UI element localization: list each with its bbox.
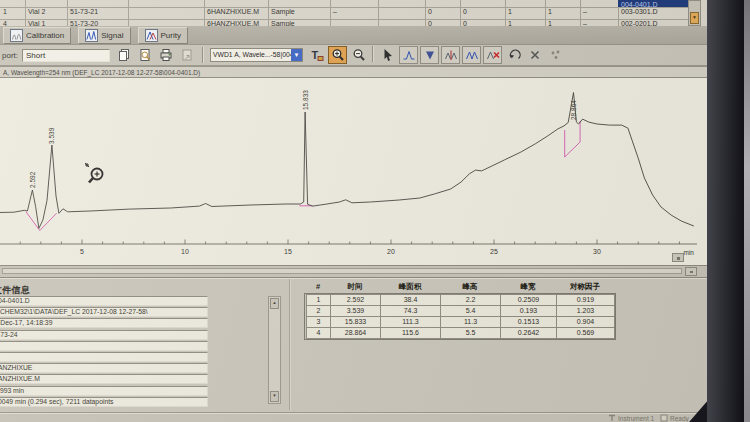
integration-mark bbox=[565, 121, 580, 157]
file-info-row: \CHEM32\1\DATA\DEF_LC 2017-12-08 12-27-5… bbox=[0, 307, 208, 317]
panel-divider bbox=[289, 279, 291, 410]
chevron-down-icon[interactable]: ▼ bbox=[291, 49, 302, 61]
peak-table-header: 峰宽 bbox=[500, 282, 556, 292]
scroll-down-icon[interactable]: ▼ bbox=[690, 12, 699, 24]
instrument-icon bbox=[608, 414, 616, 422]
scroll-up-icon[interactable]: ▲ bbox=[270, 298, 279, 309]
peak-table-header: 峰面积 bbox=[380, 282, 440, 292]
file-info-row bbox=[0, 341, 208, 351]
axis-tick-label: 15 bbox=[284, 248, 292, 255]
axis-tick-label: 20 bbox=[387, 248, 395, 255]
file-info-row: 0049 min (0.294 sec), 7211 datapoints bbox=[0, 397, 208, 407]
copy-icon[interactable] bbox=[114, 46, 133, 64]
report-label: port: bbox=[2, 51, 18, 60]
peak-table-header: # bbox=[306, 282, 330, 291]
chromatogram-curve bbox=[0, 93, 694, 229]
manual-peak-icon[interactable] bbox=[462, 46, 481, 64]
peak-table-cell: 0.2642 bbox=[500, 327, 557, 339]
scrollbar-track[interactable] bbox=[2, 268, 682, 274]
instrument-status: Instrument 1 bbox=[608, 414, 654, 422]
file-info-scrollbar[interactable]: ▲ ▼ bbox=[268, 296, 281, 404]
sequence-table: 004-0401.D1Vial 251-73-216HANZHIXUE.MSam… bbox=[0, 0, 707, 27]
status-icon bbox=[660, 414, 668, 422]
peak-table-cell: 28.864 bbox=[330, 327, 381, 339]
axis-tick-label: 25 bbox=[490, 248, 498, 255]
peak-table-cell: 0.569 bbox=[556, 327, 615, 339]
purity-icon bbox=[145, 29, 158, 42]
peak-end-icon[interactable] bbox=[420, 46, 439, 64]
status-bar: Instrument 1 Ready bbox=[0, 412, 750, 422]
chromatogram-tools: T bbox=[307, 46, 565, 64]
document-buttons bbox=[114, 46, 196, 64]
pointer-icon[interactable] bbox=[378, 46, 397, 64]
svg-text:T: T bbox=[311, 49, 318, 61]
file-info-row: ANZHIXUE bbox=[0, 363, 208, 373]
print-icon[interactable] bbox=[156, 46, 175, 64]
peak-label: 3.539 bbox=[48, 127, 55, 144]
calibration-icon bbox=[10, 29, 23, 42]
axis-unit-label: min bbox=[684, 249, 695, 256]
file-info-row: -73-24 bbox=[0, 330, 208, 340]
chromatogram-title: A, Wavelength=254 nm (DEF_LC 2017-12-08 … bbox=[0, 66, 707, 78]
axis-tick-label: 5 bbox=[80, 248, 84, 255]
plot-corner-button[interactable] bbox=[672, 253, 684, 262]
peak-table-header: 峰高 bbox=[440, 282, 500, 292]
zoom-cursor-icon bbox=[85, 163, 103, 183]
delete-peak-icon[interactable] bbox=[483, 46, 502, 64]
report-toolbar: port: Short VWD1 A, Wavele...-58|004-040… bbox=[0, 45, 707, 66]
signal-selector[interactable]: VWD1 A, Wavele...-58|004-0401.D) ▼ bbox=[210, 48, 303, 62]
peak-table-header: 对称因子 bbox=[556, 282, 614, 292]
ready-label: Ready bbox=[670, 415, 689, 422]
signal-icon bbox=[85, 29, 98, 42]
zoom-in-icon[interactable] bbox=[328, 46, 347, 64]
instrument-label: Instrument 1 bbox=[618, 415, 654, 422]
screen: 004-0401.D1Vial 251-73-216HANZHIXUE.MSam… bbox=[0, 0, 750, 422]
peak-table-cell: 5.5 bbox=[440, 327, 501, 339]
ready-status: Ready bbox=[660, 414, 689, 422]
peak-label: 28.864 bbox=[570, 100, 577, 120]
peak-table-header: 时间 bbox=[330, 282, 380, 292]
scroll-down-icon[interactable]: ▼ bbox=[270, 391, 279, 402]
peak-label: 2.592 bbox=[29, 171, 36, 188]
file-info-row: .993 min bbox=[0, 386, 208, 396]
more-icon[interactable] bbox=[546, 46, 565, 64]
annotate-icon[interactable]: T bbox=[307, 46, 326, 64]
sequence-scrollbar[interactable]: ▼ bbox=[688, 0, 701, 26]
tab-label: Signal bbox=[101, 31, 123, 40]
file-info-row: ANZHIXUE.M bbox=[0, 374, 208, 384]
integration-mark bbox=[26, 212, 57, 231]
scrollbar-right-button[interactable] bbox=[685, 267, 697, 276]
background-edge bbox=[744, 0, 750, 422]
chromatogram-svg: 51015202530min2.5923.53915.83328.864 bbox=[0, 78, 707, 266]
file-info-row: -Dec-17, 14:18:39 bbox=[0, 318, 208, 328]
monitor-bezel bbox=[707, 0, 744, 422]
peak-start-icon[interactable] bbox=[399, 46, 418, 64]
print-preview-icon[interactable] bbox=[135, 46, 154, 64]
signal-selector-value: VWD1 A, Wavele...-58|004-0401.D) bbox=[211, 49, 291, 61]
split-peak-icon[interactable] bbox=[441, 46, 460, 64]
mode-tab-bar: CalibrationSignalPurity bbox=[0, 26, 707, 45]
tab-calibration[interactable]: Calibration bbox=[3, 27, 71, 44]
file-info-row: 04-0401.D bbox=[0, 296, 208, 306]
chromatogram-plot[interactable]: 51015202530min2.5923.53915.83328.864 bbox=[0, 78, 707, 266]
tab-label: Purity bbox=[161, 31, 181, 40]
export-icon[interactable] bbox=[177, 46, 196, 64]
tab-purity[interactable]: Purity bbox=[138, 27, 188, 44]
file-info-row bbox=[0, 352, 208, 362]
zoom-out-icon[interactable] bbox=[349, 46, 368, 64]
tab-label: Calibration bbox=[26, 31, 64, 40]
peak-label: 15.833 bbox=[302, 90, 309, 110]
report-style-input[interactable]: Short bbox=[22, 49, 110, 62]
undo-icon[interactable] bbox=[504, 46, 523, 64]
peak-table-cell: 4 bbox=[306, 327, 331, 339]
toolbar-separator bbox=[202, 47, 204, 63]
peak-table-cell: 115.6 bbox=[380, 327, 441, 339]
tab-signal[interactable]: Signal bbox=[78, 27, 130, 44]
axis-tick-label: 30 bbox=[593, 248, 601, 255]
delete-icon[interactable] bbox=[525, 46, 544, 64]
axis-tick-label: 10 bbox=[181, 248, 189, 255]
toolbar-separator bbox=[372, 46, 374, 62]
